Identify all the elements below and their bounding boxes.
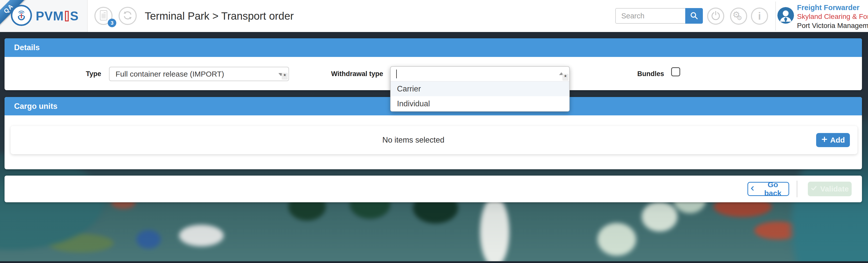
brand-part-2: S (70, 9, 79, 23)
details-section-title: Details (14, 43, 40, 52)
empty-state-message: No items selected (10, 136, 816, 145)
search-input[interactable] (615, 8, 685, 24)
logo-area: QA PVMS (0, 0, 88, 32)
user-role: Freight Forwarder (797, 3, 868, 12)
bundles-label: Bundles (609, 67, 664, 81)
user-company: Skyland Clearing & Forw (797, 12, 868, 21)
add-cargo-unit-button[interactable]: Add (816, 133, 850, 147)
background-bottom-strip (0, 261, 868, 263)
search-bar (615, 8, 703, 24)
add-button-label: Add (830, 136, 845, 144)
type-select-value: Full container release (IMPORT) (116, 70, 224, 78)
info-button[interactable]: i (751, 7, 768, 25)
dropdown-option-individual[interactable]: Individual (391, 96, 569, 111)
type-label: Type (51, 67, 101, 81)
text-cursor (396, 69, 397, 78)
bundles-checkbox[interactable] (671, 67, 680, 76)
user-avatar-icon (777, 20, 794, 24)
details-section-header: Details (4, 38, 862, 57)
withdrawal-type-label: Withdrawal type (308, 67, 383, 81)
anchor-logo-icon (14, 8, 28, 23)
go-back-label: Go back (759, 180, 787, 198)
page-title: Terminal Park > Transport order (145, 0, 294, 32)
required-asterisk: * (562, 74, 568, 81)
refresh-icon (122, 10, 133, 22)
required-asterisk: * (282, 73, 288, 80)
settings-button[interactable]: ⚙ ⚙ (730, 7, 747, 25)
dropdown-option-carrier[interactable]: Carrier (391, 81, 569, 96)
app-root: QA PVMS (0, 0, 868, 263)
documents-icon (99, 9, 108, 22)
type-select[interactable]: Full container release (IMPORT) * (109, 67, 289, 81)
brand-part-1: PVM (36, 9, 64, 23)
cargo-units-section-title: Cargo units (14, 102, 57, 111)
plus-icon (821, 136, 828, 144)
chevron-left-icon (750, 185, 756, 193)
footer-action-bar: Go back Validate (4, 176, 862, 202)
withdrawal-type-dropdown: Carrier Individual (391, 81, 569, 111)
details-section: Details Type Full container release (IMP… (4, 38, 862, 90)
refresh-button[interactable] (119, 7, 137, 25)
header-divider (775, 1, 776, 30)
user-avatar[interactable] (777, 7, 794, 24)
app-logo[interactable] (11, 5, 32, 26)
validate-button[interactable]: Validate (808, 182, 851, 196)
check-icon (811, 185, 817, 193)
user-organization: Port Victoria Managem (797, 21, 868, 30)
cargo-units-card: No items selected Add (10, 126, 858, 154)
power-icon (710, 10, 721, 22)
validate-label: Validate (820, 185, 848, 193)
top-header: QA PVMS (0, 0, 868, 32)
user-info: Freight Forwarder Skyland Clearing & For… (797, 3, 868, 30)
search-button[interactable] (685, 8, 703, 24)
brand-wordmark: PVMS (36, 0, 79, 32)
go-back-button[interactable]: Go back (747, 182, 789, 196)
withdrawal-type-combobox: * Carrier Individual (390, 66, 570, 112)
withdrawal-type-input[interactable]: * (391, 67, 569, 81)
documents-count: 3 (111, 20, 114, 26)
logout-button[interactable] (707, 7, 724, 25)
brand-letter-i (65, 11, 69, 22)
settings-gears-icon-small: ⚙ (737, 15, 742, 21)
search-icon (689, 11, 699, 21)
info-icon: i (758, 10, 761, 22)
footer-divider (797, 181, 797, 197)
documents-count-badge: 3 (108, 19, 116, 27)
